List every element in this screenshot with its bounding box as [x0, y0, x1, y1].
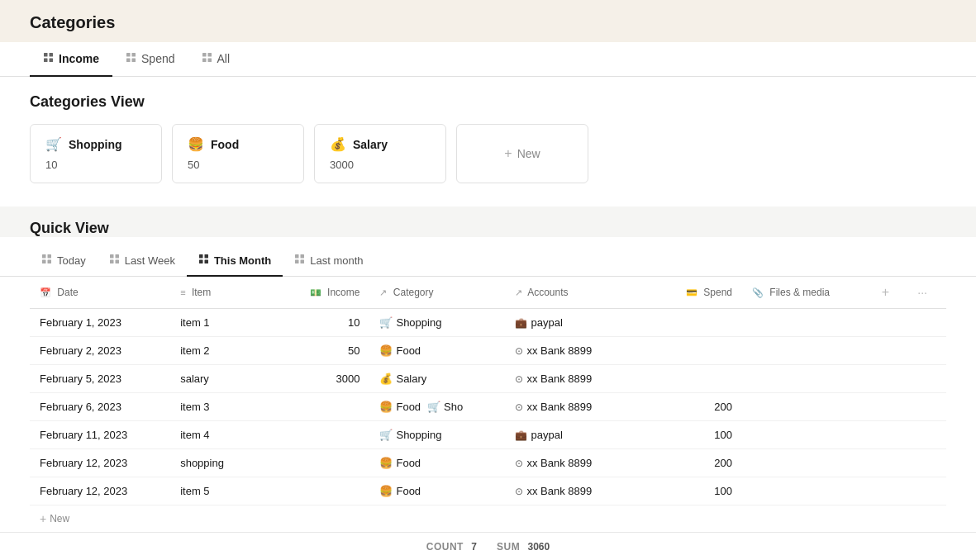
- col-date[interactable]: 📅 Date: [30, 277, 170, 309]
- row7-category: 🍔 Food: [369, 477, 504, 505]
- category-card-food[interactable]: 🍔 Food 50: [172, 124, 304, 183]
- row1-item: item 1: [170, 309, 279, 337]
- tab-income[interactable]: Income: [30, 42, 112, 77]
- shopping-count: 10: [45, 159, 146, 171]
- row6-account-name: xx Bank 8899: [527, 457, 593, 469]
- row5-account: 💼 paypal: [505, 421, 656, 449]
- row7-item: item 5: [170, 477, 279, 505]
- table-row[interactable]: February 1, 2023 item 1 10 🛒 Shopping 💼 …: [30, 309, 946, 337]
- category-card-salary-header: 💰 Salary: [330, 136, 431, 152]
- row4-cat-emoji1: 🍔: [379, 401, 393, 413]
- qv-tab-today[interactable]: Today: [30, 245, 98, 277]
- row3-actions: [872, 365, 908, 393]
- svg-rect-10: [202, 59, 207, 63]
- qv-tab-today-icon: [41, 254, 52, 267]
- svg-rect-1: [50, 53, 54, 57]
- svg-rect-16: [110, 254, 114, 259]
- row7-cat-emoji: 🍔: [379, 485, 393, 497]
- row4-spend: 200: [655, 393, 742, 421]
- col-category[interactable]: ↗ Category: [369, 277, 504, 309]
- row1-files: [742, 309, 872, 337]
- row5-files: [742, 421, 872, 449]
- col-spend-label: Spend: [703, 287, 732, 298]
- col-accounts[interactable]: ↗ Accounts: [505, 277, 656, 309]
- row2-spend: [655, 337, 742, 365]
- svg-rect-26: [295, 260, 299, 264]
- row5-income: [279, 421, 370, 449]
- col-item[interactable]: ≡ Item: [170, 277, 279, 309]
- col-dots[interactable]: ···: [907, 277, 946, 309]
- table-row[interactable]: February 6, 2023 item 3 🍔 Food 🛒 Sho: [30, 393, 946, 421]
- row2-cat-name: Food: [396, 344, 421, 357]
- qv-tab-last-month[interactable]: Last month: [283, 245, 374, 277]
- svg-rect-22: [199, 260, 203, 264]
- row3-cat-emoji: 💰: [379, 373, 393, 385]
- row1-income: 10: [279, 309, 370, 337]
- svg-rect-5: [132, 53, 136, 57]
- qv-tab-last-week[interactable]: Last Week: [98, 245, 187, 277]
- date-col-icon: 📅: [40, 287, 51, 297]
- row5-account-name: paypal: [531, 429, 563, 441]
- main-tabs-bar: Income Spend All: [0, 42, 976, 77]
- col-files[interactable]: 📎 Files & media: [742, 277, 872, 309]
- table-row[interactable]: February 2, 2023 item 2 50 🍔 Food ⊙ xx B…: [30, 337, 946, 365]
- sum-label: SUM: [497, 541, 520, 553]
- food-emoji: 🍔: [188, 136, 204, 152]
- row6-cat-emoji: 🍔: [379, 457, 393, 469]
- sum-value: 3060: [528, 541, 550, 553]
- qv-tab-this-month[interactable]: This Month: [187, 245, 283, 277]
- svg-rect-21: [204, 254, 208, 259]
- col-income[interactable]: 💵 Income: [279, 277, 370, 309]
- col-spend[interactable]: 💳 Spend: [655, 277, 742, 309]
- row1-cat-name: Shopping: [396, 316, 441, 329]
- table-row[interactable]: February 12, 2023 shopping 🍔 Food ⊙ xx B…: [30, 449, 946, 477]
- row1-account: 💼 paypal: [505, 309, 656, 337]
- row1-account-icon: 💼: [515, 317, 527, 329]
- add-new-row-button[interactable]: + New: [30, 505, 946, 532]
- col-add[interactable]: +: [872, 277, 908, 309]
- new-label: New: [517, 147, 540, 160]
- row1-account-name: paypal: [531, 316, 563, 329]
- income-col-icon: 💵: [310, 287, 321, 297]
- row5-date: February 11, 2023: [30, 421, 170, 449]
- row4-cat-emoji2: 🛒: [427, 401, 440, 413]
- col-accounts-label: Accounts: [527, 287, 568, 298]
- svg-rect-2: [44, 59, 48, 63]
- item-col-icon: ≡: [180, 287, 185, 297]
- category-card-salary[interactable]: 💰 Salary 3000: [314, 124, 446, 183]
- new-category-button[interactable]: + New: [456, 124, 588, 183]
- col-income-label: Income: [327, 287, 359, 298]
- category-card-shopping[interactable]: 🛒 Shopping 10: [30, 124, 162, 183]
- svg-rect-7: [132, 59, 136, 63]
- row7-cat-name: Food: [396, 485, 421, 497]
- row3-account-name: xx Bank 8899: [527, 373, 593, 385]
- quick-view-title: Quick View: [30, 220, 946, 237]
- row4-date: February 6, 2023: [30, 393, 170, 421]
- spend-col-icon: 💳: [686, 287, 697, 297]
- svg-rect-19: [115, 260, 119, 264]
- category-card-food-header: 🍔 Food: [188, 136, 288, 152]
- categories-view-title: Categories View: [30, 93, 946, 111]
- col-files-label: Files & media: [769, 287, 830, 298]
- qv-tab-last-week-icon: [109, 254, 120, 267]
- qv-tab-last-month-icon: [294, 254, 305, 267]
- categories-grid: 🛒 Shopping 10 🍔 Food 50 💰 Salary 3: [30, 124, 946, 183]
- tab-spend[interactable]: Spend: [112, 42, 188, 77]
- tab-all[interactable]: All: [188, 42, 244, 77]
- table-row[interactable]: February 5, 2023 salary 3000 💰 Salary ⊙ …: [30, 365, 946, 393]
- tab-spend-label: Spend: [141, 52, 174, 65]
- row3-item: salary: [170, 365, 279, 393]
- table-row[interactable]: February 12, 2023 item 5 🍔 Food ⊙ xx Ban…: [30, 477, 946, 505]
- svg-rect-9: [207, 53, 212, 57]
- row6-spend: 200: [655, 449, 742, 477]
- tab-all-icon: [202, 52, 212, 65]
- categories-view-section: Categories View 🛒 Shopping 10 🍔 Food 50: [0, 77, 976, 183]
- row2-date: February 2, 2023: [30, 337, 170, 365]
- row1-cat-emoji: 🛒: [379, 316, 393, 329]
- table-body: February 1, 2023 item 1 10 🛒 Shopping 💼 …: [30, 309, 946, 505]
- table-row[interactable]: February 11, 2023 item 4 🛒 Shopping 💼 pa…: [30, 421, 946, 449]
- row7-date: February 12, 2023: [30, 477, 170, 505]
- page-wrapper: Categories Income Spend All Categories V…: [0, 0, 976, 560]
- row3-files: [742, 365, 872, 393]
- quick-view-section: Quick View: [0, 206, 976, 237]
